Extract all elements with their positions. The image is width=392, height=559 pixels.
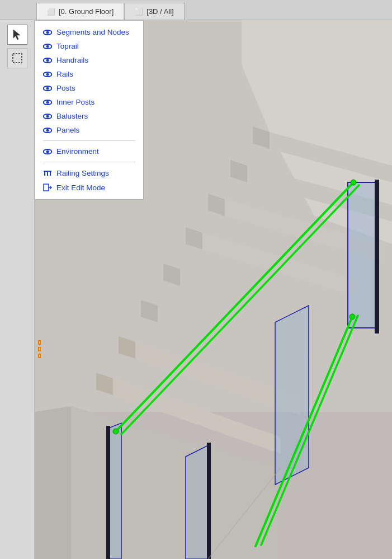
svg-rect-2 <box>44 171 51 172</box>
eye-icon-balusters <box>43 114 52 119</box>
menu-item-segments-nodes[interactable]: Segments and Nodes <box>35 25 143 39</box>
menu-label-toprail: Toprail <box>56 42 79 50</box>
tab-3d-all[interactable]: ⬜ [3D / All] <box>124 3 184 20</box>
menu-label-railing-settings: Railing Settings <box>56 169 109 177</box>
svg-rect-5 <box>50 172 51 176</box>
orange-indicator <box>38 340 41 358</box>
menu-label-rails: Rails <box>56 70 73 78</box>
svg-point-44 <box>350 314 355 320</box>
selection-tool-button[interactable] <box>7 48 27 68</box>
svg-rect-3 <box>44 172 45 176</box>
exit-edit-mode-icon <box>43 183 52 192</box>
menu-item-toprail[interactable]: Toprail <box>35 39 143 53</box>
orange-dash-1 <box>38 340 41 345</box>
menu-label-posts: Posts <box>56 84 75 92</box>
eye-icon-environment <box>43 149 52 154</box>
svg-point-42 <box>351 180 356 185</box>
svg-marker-30 <box>348 182 376 328</box>
menu-item-inner-posts[interactable]: Inner Posts <box>35 95 143 109</box>
svg-point-43 <box>113 429 119 434</box>
svg-rect-6 <box>44 184 49 191</box>
menu-item-railing-settings[interactable]: Railing Settings <box>35 166 143 180</box>
cursor-icon <box>12 29 23 40</box>
menu-item-rails[interactable]: Rails <box>35 67 143 81</box>
tab-3d-all-label: [3D / All] <box>147 7 173 16</box>
svg-marker-0 <box>13 30 20 40</box>
tab-ground-floor[interactable]: ⬜ [0. Ground Floor] <box>36 3 124 20</box>
svg-marker-35 <box>186 445 208 559</box>
floor-plan-icon: ⬜ <box>47 8 55 16</box>
menu-label-handrails: Handrails <box>56 56 88 64</box>
svg-rect-1 <box>13 54 22 63</box>
eye-icon-segments-nodes <box>43 30 52 35</box>
menu-label-environment: Environment <box>56 147 99 156</box>
orange-dash-3 <box>38 354 41 358</box>
eye-icon-rails <box>43 72 52 77</box>
side-menu: Segments and Nodes Toprail Handrails Rai… <box>35 20 144 200</box>
menu-label-panels: Panels <box>56 126 79 134</box>
menu-item-environment[interactable]: Environment <box>35 144 143 158</box>
eye-icon-panels <box>43 128 52 133</box>
svg-rect-31 <box>375 180 379 333</box>
railing-settings-icon <box>43 168 52 177</box>
svg-marker-29 <box>35 406 71 559</box>
selection-icon <box>12 53 23 64</box>
divider-2 <box>43 162 135 162</box>
menu-label-segments-nodes: Segments and Nodes <box>56 28 129 36</box>
menu-item-exit-edit-mode[interactable]: Exit Edit Mode <box>35 180 143 195</box>
svg-rect-4 <box>47 172 48 176</box>
left-toolbar <box>0 20 35 559</box>
eye-icon-toprail <box>43 44 52 49</box>
svg-rect-34 <box>106 426 110 559</box>
tab-ground-floor-label: [0. Ground Floor] <box>59 7 114 16</box>
menu-item-balusters[interactable]: Balusters <box>35 109 143 123</box>
3d-icon: ⬜ <box>135 8 143 16</box>
menu-item-panels[interactable]: Panels <box>35 123 143 137</box>
eye-icon-posts <box>43 86 52 91</box>
menu-label-balusters: Balusters <box>56 112 88 120</box>
divider-1 <box>43 140 135 141</box>
menu-item-handrails[interactable]: Handrails <box>35 53 143 67</box>
tab-bar: ⬜ [0. Ground Floor] ⬜ [3D / All] <box>0 0 392 20</box>
svg-rect-36 <box>207 443 211 559</box>
menu-label-exit-edit-mode: Exit Edit Mode <box>56 184 105 192</box>
orange-dash-2 <box>38 347 41 351</box>
cursor-tool-button[interactable] <box>7 25 27 45</box>
menu-item-posts[interactable]: Posts <box>35 81 143 95</box>
eye-icon-inner-posts <box>43 100 52 105</box>
eye-icon-handrails <box>43 58 52 63</box>
menu-label-inner-posts: Inner Posts <box>56 98 95 106</box>
